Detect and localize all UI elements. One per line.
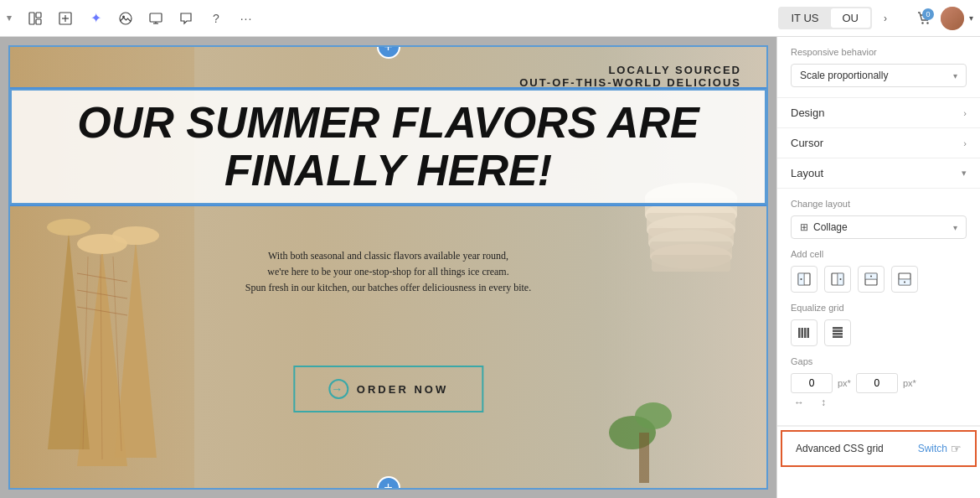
svg-point-17: [47, 219, 90, 236]
gap-arrows-row: ↔ ↕: [791, 397, 967, 408]
order-now-button[interactable]: → ORDER NOW: [293, 366, 483, 412]
svg-rect-62: [833, 327, 843, 329]
help-btn[interactable]: ?: [203, 5, 230, 32]
svg-point-18: [112, 226, 159, 245]
gaps-section: Gaps px* px* ↔ ↕: [791, 356, 967, 408]
equalize-rows-btn[interactable]: [824, 319, 851, 346]
svg-point-6: [120, 13, 132, 24]
advanced-css-wrapper: Advanced CSS grid Switch ☞: [777, 427, 980, 470]
layout-arrow: ▾: [962, 168, 967, 179]
nav-ou[interactable]: OU: [831, 8, 871, 28]
out-of-this-world-text: OUT-OF-THIS-WORLD DELICIOUS: [519, 76, 741, 89]
cursor-hand-icon: ☞: [951, 442, 962, 455]
add-section-btn[interactable]: [52, 5, 79, 32]
collage-icon: ⊞: [800, 221, 808, 233]
logo: ▾: [7, 13, 12, 23]
gap-v-arrow-icon: ↕: [821, 397, 826, 408]
toolbar: ▾ ✦ ? ··· IT US OU › 0 ▾: [0, 0, 980, 37]
nav-it-us[interactable]: IT US: [780, 8, 831, 28]
layout-dropdown[interactable]: ⊞ Collage ▾: [791, 215, 967, 239]
switch-link[interactable]: Switch: [918, 443, 947, 454]
svg-point-36: [635, 402, 672, 429]
add-cell-left-btn[interactable]: [791, 266, 818, 293]
svg-rect-61: [807, 328, 810, 338]
body-text: With both seasonal and classic flavors a…: [213, 248, 565, 297]
equalize-label: Equalize grid: [791, 303, 967, 313]
responsive-label: Responsive behavior: [791, 47, 967, 57]
media-btn[interactable]: [112, 5, 139, 32]
responsive-dropdown[interactable]: Scale proportionally ▾: [791, 64, 967, 87]
svg-rect-63: [833, 330, 843, 333]
svg-rect-1: [36, 13, 41, 18]
order-btn-wrapper: → ORDER NOW: [293, 366, 483, 412]
svg-rect-0: [29, 13, 34, 24]
svg-point-11: [921, 22, 923, 23]
canvas-area: + LOCALLY SOURCED OUT-OF-THIS-WORLD DELI…: [0, 37, 776, 498]
add-cell-bottom-btn[interactable]: [891, 266, 918, 293]
gap-h-unit: px*: [838, 378, 851, 388]
advanced-css-label: Advanced CSS grid: [796, 443, 884, 454]
add-cell-right-btn[interactable]: [824, 266, 851, 293]
layout-chevron: ▾: [953, 223, 957, 232]
design-arrow: ›: [963, 108, 967, 118]
canvas-content: + LOCALLY SOURCED OUT-OF-THIS-WORLD DELI…: [0, 37, 776, 498]
design-row[interactable]: Design ›: [777, 98, 980, 127]
layout-section: Layout ▾ Change layout ⊞ Collage ▾ Add c…: [777, 158, 980, 427]
cursor-row[interactable]: Cursor ›: [777, 128, 980, 158]
change-layout-label: Change layout: [791, 199, 967, 209]
gap-horizontal-input[interactable]: [791, 373, 833, 393]
screen-btn[interactable]: [142, 5, 169, 32]
cursor-label: Cursor: [791, 137, 823, 149]
svg-marker-14: [48, 231, 90, 449]
add-cell-top-btn[interactable]: [858, 266, 885, 293]
layout-value: Collage: [813, 221, 848, 233]
responsive-chevron: ▾: [953, 71, 957, 80]
svg-rect-34: [652, 255, 730, 272]
cell-icons-row: [791, 266, 967, 293]
advanced-css-row[interactable]: Advanced CSS grid Switch ☞: [781, 430, 977, 467]
svg-rect-8: [150, 13, 162, 22]
more-btn[interactable]: ···: [233, 5, 260, 32]
svg-rect-58: [798, 328, 801, 338]
svg-rect-65: [833, 336, 843, 339]
ai-btn[interactable]: ✦: [82, 5, 109, 32]
page-wrapper: + LOCALLY SOURCED OUT-OF-THIS-WORLD DELI…: [8, 45, 768, 490]
cart-icon[interactable]: 0: [910, 5, 937, 32]
layout-row[interactable]: Layout ▾: [777, 158, 980, 189]
top-text-area: LOCALLY SOURCED OUT-OF-THIS-WORLD DELICI…: [519, 64, 741, 89]
headline-text: OUR SUMMER FLAVORS ARE FINALLY HERE!: [28, 99, 748, 195]
right-panel: Responsive behavior Scale proportionally…: [776, 37, 980, 498]
cart-badge: 0: [922, 8, 934, 20]
equalize-icons-row: [791, 319, 967, 346]
svg-marker-15: [115, 240, 157, 458]
layout-label: Layout: [791, 167, 823, 179]
gaps-label: Gaps: [791, 356, 967, 366]
design-label: Design: [791, 106, 824, 119]
layout-inner: Change layout ⊞ Collage ▾ Add cell: [777, 189, 980, 426]
headline-box[interactable]: OUR SUMMER FLAVORS ARE FINALLY HERE!: [10, 89, 766, 205]
cursor-section: Cursor ›: [777, 128, 980, 158]
add-cell-section: Add cell: [791, 249, 967, 293]
responsive-section: Responsive behavior Scale proportionally…: [777, 37, 980, 98]
add-cell-label: Add cell: [791, 249, 967, 259]
gap-h-arrow-icon: ↔: [794, 397, 804, 408]
svg-rect-2: [36, 19, 41, 24]
responsive-value: Scale proportionally: [800, 70, 888, 81]
body-text-section: With both seasonal and classic flavors a…: [213, 248, 565, 297]
gaps-row: px* px*: [791, 373, 967, 393]
gap-v-unit: px*: [903, 378, 916, 388]
panels-btn[interactable]: [22, 5, 49, 32]
avatar-dropdown[interactable]: ▾: [969, 13, 973, 23]
chat-btn[interactable]: [173, 5, 199, 32]
order-btn-label: ORDER NOW: [357, 383, 448, 396]
svg-rect-59: [802, 328, 804, 338]
nav-arrow[interactable]: ›: [875, 8, 895, 29]
nav-items: IT US OU: [778, 7, 873, 29]
svg-point-12: [926, 22, 928, 23]
equalize-grid-section: Equalize grid: [791, 303, 967, 346]
gap-vertical-input[interactable]: [856, 373, 898, 393]
svg-rect-64: [833, 333, 843, 335]
equalize-cols-btn[interactable]: [791, 319, 818, 346]
avatar[interactable]: [941, 7, 964, 30]
svg-rect-60: [804, 328, 807, 338]
